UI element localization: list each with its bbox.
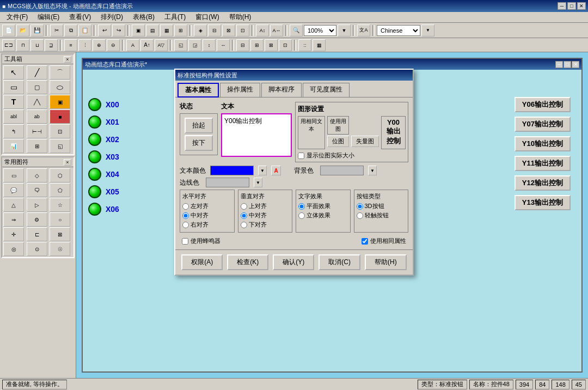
tb2-b3[interactable]: ⊔ xyxy=(30,39,44,51)
permission-button[interactable]: 权限(A) xyxy=(181,254,223,270)
sym-diamond[interactable]: ◇ xyxy=(27,168,47,182)
state-up-btn[interactable]: 抬起 xyxy=(185,118,213,133)
tool-polyline[interactable]: ╱╲ xyxy=(27,95,47,109)
border-color-dropdown[interactable]: ▼ xyxy=(254,178,262,187)
tb2-b18[interactable]: ⊠ xyxy=(265,39,278,51)
tool-group[interactable]: ⊡ xyxy=(50,124,70,138)
tool-color[interactable]: ■ xyxy=(50,109,70,124)
tab-visibility[interactable]: 可见度属性 xyxy=(303,83,350,97)
tool-rounded-rect[interactable]: ▢ xyxy=(27,80,47,94)
v-top-radio[interactable] xyxy=(241,203,247,210)
use-same-graphic[interactable]: 使用用图 xyxy=(327,116,349,135)
cancel-button[interactable]: 取消(C) xyxy=(318,254,360,270)
sym-bubble[interactable]: 💬 xyxy=(3,183,24,197)
h-center-radio[interactable] xyxy=(182,212,189,219)
tb-b4[interactable]: ⊞ xyxy=(174,25,187,36)
tb-b8[interactable]: ⊡ xyxy=(236,25,249,36)
sym-rect[interactable]: ▭ xyxy=(3,168,24,182)
tb2-b21[interactable]: ▦ xyxy=(313,39,326,51)
tool-misc1[interactable]: ⊞ xyxy=(27,139,47,153)
bg-color-dropdown[interactable]: ▼ xyxy=(368,166,377,175)
tool-image[interactable]: ▣ xyxy=(50,95,70,109)
sym-bubble2[interactable]: 🗨 xyxy=(27,183,47,197)
check-button[interactable]: 检查(K) xyxy=(227,254,268,270)
sym-bracket[interactable]: ⊏ xyxy=(27,227,47,241)
tb-b2[interactable]: ▤ xyxy=(146,25,159,36)
tb-new[interactable]: 📄 xyxy=(2,25,15,36)
sym-cross[interactable]: ✛ xyxy=(3,227,24,241)
help-button[interactable]: 帮助(H) xyxy=(365,254,407,270)
tool-select[interactable]: ↖ xyxy=(3,65,24,80)
tb2-b12[interactable]: ◱ xyxy=(174,39,187,51)
menu-tools[interactable]: 工具(T) xyxy=(160,12,190,22)
sym-misc3[interactable]: ⊙ xyxy=(27,242,47,256)
v-bottom-radio[interactable] xyxy=(241,222,247,228)
zoom-select[interactable]: 100% xyxy=(304,25,336,36)
text-content-area[interactable]: Y00输出控制 xyxy=(221,113,292,157)
effect-3d-radio[interactable] xyxy=(298,212,305,219)
menu-help[interactable]: 帮助(H) xyxy=(225,12,256,22)
tb-b5[interactable]: ◈ xyxy=(194,25,207,36)
tb-lang-icon[interactable]: 文A xyxy=(357,25,370,36)
tb-redo[interactable]: ↪ xyxy=(112,25,125,36)
menu-arrange[interactable]: 排列(D) xyxy=(96,12,127,22)
tb-b7[interactable]: ⊠ xyxy=(222,25,235,36)
common-symbols-close-btn[interactable]: × xyxy=(64,159,71,166)
h-left-radio[interactable] xyxy=(182,203,189,210)
confirm-button[interactable]: 确认(Y) xyxy=(273,254,314,270)
tb-zoom-out[interactable]: 🔍 xyxy=(290,25,303,36)
sym-arrow-r[interactable]: ⇒ xyxy=(3,212,24,227)
tb-undo[interactable]: ↩ xyxy=(98,25,111,36)
tool-abl[interactable]: abl xyxy=(3,109,24,124)
text-color-dropdown[interactable]: ▼ xyxy=(258,166,267,175)
tb2-b16[interactable]: ⊟ xyxy=(236,39,249,51)
tab-script[interactable]: 脚本程序 xyxy=(261,83,302,97)
minimize-button[interactable]: ─ xyxy=(558,2,566,10)
tb2-b2[interactable]: ⊓ xyxy=(16,39,29,51)
tb-b10[interactable]: A↔ xyxy=(270,25,283,36)
show-actual-size-check[interactable] xyxy=(298,153,304,159)
title-bar-right[interactable]: ─ □ ✕ xyxy=(558,2,586,10)
sym-rtri[interactable]: ▷ xyxy=(27,198,47,212)
beeper-check[interactable] xyxy=(182,238,188,245)
sym-misc2[interactable]: ◎ xyxy=(3,242,24,256)
sym-hexagon[interactable]: ⬡ xyxy=(50,168,70,182)
tb-copy[interactable]: ⧉ xyxy=(64,25,77,36)
sym-octagon[interactable]: ⬠ xyxy=(50,183,70,197)
tb2-b15[interactable]: ↔ xyxy=(217,39,230,51)
v-center-radio[interactable] xyxy=(241,212,247,219)
tab-operation-attr[interactable]: 操作属性 xyxy=(220,83,260,97)
btn-touch-radio[interactable] xyxy=(357,212,363,219)
menu-edit[interactable]: 编辑(E) xyxy=(33,12,64,22)
tb2-b19[interactable]: ⊡ xyxy=(279,39,292,51)
tb-lang-down[interactable]: ▼ xyxy=(421,25,434,36)
tool-mirror[interactable]: ⊢⊣ xyxy=(27,124,47,138)
sym-star[interactable]: ☆ xyxy=(50,198,70,212)
sym-gear[interactable]: ⚙ xyxy=(27,212,47,227)
tab-basic-attr[interactable]: 基本属性 xyxy=(177,83,219,97)
tool-misc2[interactable]: ◱ xyxy=(50,139,70,153)
tb2-b20[interactable]: :: xyxy=(298,39,311,51)
tool-ellipse[interactable]: ⬭ xyxy=(50,80,70,94)
menu-view[interactable]: 查看(V) xyxy=(65,12,95,22)
menu-table[interactable]: 表格(B) xyxy=(128,12,159,22)
tool-rotate[interactable]: ↰ xyxy=(3,124,24,138)
tool-ab[interactable]: ab xyxy=(27,109,47,124)
tb2-b14[interactable]: ↕ xyxy=(203,39,216,51)
tb-paste[interactable]: 📋 xyxy=(78,25,91,36)
menu-window[interactable]: 窗口(W) xyxy=(191,12,223,22)
tool-text[interactable]: T xyxy=(3,95,24,109)
tb-cut[interactable]: ✂ xyxy=(50,25,63,36)
tb2-b11[interactable]: A▽ xyxy=(155,39,168,51)
tool-arc[interactable]: ⌒ xyxy=(50,65,70,80)
tb2-b17[interactable]: ⊞ xyxy=(250,39,264,51)
tool-chart[interactable]: 📊 xyxy=(3,139,24,153)
sym-triangle[interactable]: △ xyxy=(3,198,24,212)
state-down-btn[interactable]: 按下 xyxy=(185,135,213,151)
tb-b1[interactable]: ▣ xyxy=(132,25,145,36)
tb2-b7[interactable]: ⊕ xyxy=(93,39,106,51)
tb2-b9[interactable]: A xyxy=(126,39,139,51)
sym-misc4[interactable]: ☉ xyxy=(50,242,70,256)
tb2-b4[interactable]: ⊒ xyxy=(45,39,58,51)
tb-b3[interactable]: ▦ xyxy=(160,25,173,36)
